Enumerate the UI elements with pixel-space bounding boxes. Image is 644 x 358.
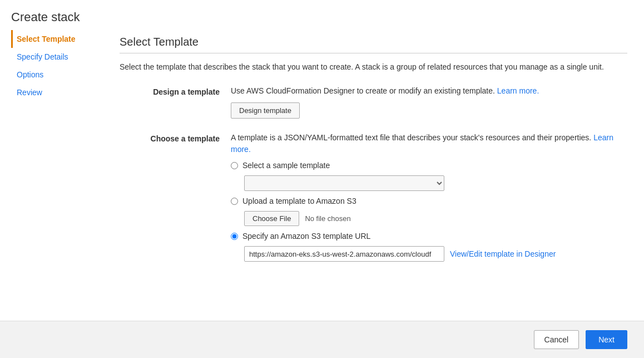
sample-template-select[interactable] — [244, 175, 444, 191]
upload-file-row: Choose File No file chosen — [244, 211, 627, 226]
sidebar-item-options[interactable]: Options — [11, 66, 103, 84]
design-template-label: Design a template — [120, 85, 231, 119]
section-divider — [120, 53, 627, 53]
choose-template-label: Choose a template — [120, 132, 231, 262]
design-template-button[interactable]: Design template — [231, 102, 300, 119]
design-template-learn-more-link[interactable]: Learn more. — [497, 86, 539, 95]
sidebar: Select Template Specify Details Options … — [0, 30, 103, 320]
view-edit-template-link[interactable]: View/Edit template in Designer — [450, 249, 556, 258]
choose-file-button[interactable]: Choose File — [244, 211, 299, 226]
page-title: Create stack — [0, 0, 644, 30]
sidebar-item-review[interactable]: Review — [11, 84, 103, 101]
cancel-button[interactable]: Cancel — [534, 330, 579, 349]
radio-upload-input[interactable] — [231, 198, 238, 205]
radio-upload-option: Upload a template to Amazon S3 — [231, 197, 627, 205]
footer-bar: Cancel Next — [0, 321, 644, 358]
radio-url-input[interactable] — [231, 233, 238, 240]
url-row: View/Edit template in Designer — [244, 246, 627, 262]
section-title: Select Template — [120, 36, 627, 48]
sidebar-item-specify-details[interactable]: Specify Details — [11, 48, 103, 66]
radio-upload-label[interactable]: Upload a template to Amazon S3 — [242, 197, 356, 205]
design-template-row: Design a template Use AWS CloudFormation… — [120, 85, 627, 119]
radio-sample-label[interactable]: Select a sample template — [242, 161, 330, 170]
radio-sample-option: Select a sample template — [231, 161, 627, 170]
radio-url-option: Specify an Amazon S3 template URL — [231, 232, 627, 241]
choose-template-control: A template is a JSON/YAML-formatted text… — [231, 132, 627, 262]
main-content: Select Template Select the template that… — [103, 30, 644, 320]
radio-url-label[interactable]: Specify an Amazon S3 template URL — [242, 232, 370, 241]
sidebar-item-select-template[interactable]: Select Template — [11, 30, 103, 48]
choose-template-desc-text: A template is a JSON/YAML-formatted text… — [231, 133, 591, 142]
choose-template-description: A template is a JSON/YAML-formatted text… — [231, 132, 627, 155]
design-template-control: Use AWS CloudFormation Designer to creat… — [231, 85, 627, 119]
choose-template-row: Choose a template A template is a JSON/Y… — [120, 132, 627, 262]
next-button[interactable]: Next — [586, 330, 627, 349]
section-description: Select the template that describes the s… — [120, 61, 627, 73]
design-template-description: Use AWS CloudFormation Designer to creat… — [231, 85, 627, 97]
url-input[interactable] — [244, 246, 444, 262]
design-template-desc-text: Use AWS CloudFormation Designer to creat… — [231, 86, 495, 95]
no-file-text: No file chosen — [305, 214, 350, 223]
radio-sample-input[interactable] — [231, 162, 238, 169]
